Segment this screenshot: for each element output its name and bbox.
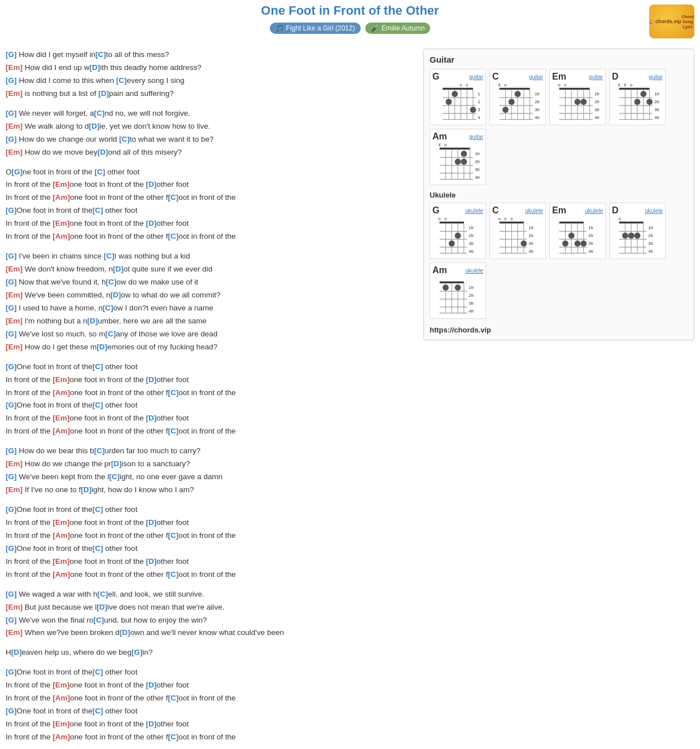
svg-point-172 — [443, 284, 449, 291]
chord-panel-url: https://chords.vip — [430, 326, 688, 334]
svg-text:x: x — [618, 83, 621, 87]
svg-rect-95 — [440, 222, 464, 224]
chord-box-Am-ukulele[interactable]: Am ukulele — [430, 262, 486, 319]
svg-point-157 — [635, 233, 641, 239]
album-badge[interactable]: 🎵 Fight Like a Girl (2012) — [270, 23, 361, 34]
svg-text:3fr: 3fr — [588, 241, 593, 246]
svg-text:1fr: 1fr — [654, 91, 659, 97]
svg-text:o: o — [444, 143, 447, 147]
svg-rect-19 — [500, 88, 530, 90]
svg-text:2fr: 2fr — [535, 99, 540, 104]
chord-diagram-D-ukulele: o 1fr 2fr 3fr 4fr — [615, 217, 660, 256]
svg-text:1fr: 1fr — [528, 225, 533, 230]
chord-box-Em-guitar[interactable]: Em guitar — [549, 69, 606, 125]
lyrics-verse-4: [G] How do we bear this b[C]urden far to… — [6, 445, 412, 497]
svg-point-11 — [445, 99, 452, 105]
guitar-section-title: Guitar — [430, 55, 688, 64]
svg-text:o: o — [498, 217, 501, 221]
lyrics-verse-2: [G] We never will forget, a[C]nd no, we … — [6, 107, 412, 159]
svg-text:3fr: 3fr — [648, 241, 653, 246]
svg-text:o: o — [564, 83, 566, 87]
svg-text:2fr: 2fr — [528, 233, 533, 238]
chord-box-G-guitar[interactable]: G guitar — [430, 69, 486, 125]
ukulele-chord-grid: G ukulele — [430, 203, 688, 259]
svg-rect-76 — [440, 148, 470, 150]
svg-text:4fr: 4fr — [469, 309, 474, 314]
ukulele-section-title: Ukulele — [430, 191, 688, 199]
chord-panel: Guitar G guitar — [423, 49, 694, 340]
svg-text:4fr: 4fr — [654, 115, 659, 120]
artist-badge[interactable]: 🎤 Emilie Autumn — [365, 23, 431, 34]
lyrics-column: [G] How did I get myself in[C]to all of … — [6, 49, 423, 749]
chord-diagram-C-ukulele: o o o 1fr 2fr 3fr 4fr — [495, 217, 540, 256]
svg-text:3fr: 3fr — [528, 241, 533, 246]
svg-point-141 — [580, 240, 587, 247]
svg-point-71 — [646, 99, 653, 105]
svg-point-140 — [562, 240, 568, 247]
chord-diagram-Em-guitar: o o 1fr 2fr 3fr 4fr — [555, 83, 600, 122]
svg-point-50 — [575, 99, 581, 105]
chord-diagram-Am-ukulele: 1fr 2fr 3fr 4fr — [435, 277, 480, 316]
chord-box-D-ukulele[interactable]: D ukulele — [609, 203, 666, 259]
svg-text:o: o — [460, 83, 462, 87]
chord-diagram-G-guitar: o o 1fr 2fr 3fr 4fr — [435, 83, 480, 122]
svg-text:x: x — [439, 143, 441, 147]
site-logo: 🎸chords.vipChord Song Lyric — [649, 5, 694, 38]
lyrics-interlude: H[D]eaven help us, where do we beg[G]in? — [6, 646, 412, 659]
svg-text:3fr: 3fr — [469, 301, 474, 306]
svg-rect-56 — [619, 88, 650, 90]
svg-text:o: o — [504, 83, 506, 87]
chord-box-C-guitar[interactable]: C guitar — [489, 69, 546, 125]
lyrics-chorus-3: [G]One foot in front of the[C] other foo… — [6, 503, 412, 581]
svg-point-32 — [509, 99, 515, 105]
svg-text:3fr: 3fr — [478, 107, 480, 112]
svg-point-139 — [575, 240, 581, 247]
svg-text:1fr: 1fr — [535, 91, 540, 97]
svg-text:1fr: 1fr — [594, 91, 600, 97]
svg-text:1fr: 1fr — [469, 285, 474, 290]
svg-text:2fr: 2fr — [469, 293, 474, 298]
logo-area: 🎸chords.vipChord Song Lyric — [649, 5, 694, 38]
chord-box-D-guitar[interactable]: D guitar — [609, 69, 666, 125]
lyrics-verse-3: [G] I've been in chains since [C]I was n… — [6, 250, 412, 354]
chord-diagram-C-guitar: x o 1fr 2fr 3fr 4fr — [495, 83, 540, 122]
svg-point-156 — [628, 233, 635, 239]
lyrics-chorus-1: O[G]ne foot in front of the [C] other fo… — [6, 166, 412, 244]
ukulele-chord-grid-2: Am ukulele — [430, 262, 688, 319]
svg-point-90 — [461, 159, 467, 165]
svg-point-173 — [455, 284, 461, 291]
svg-rect-38 — [559, 88, 590, 90]
svg-text:3fr: 3fr — [594, 107, 600, 112]
svg-text:4fr: 4fr — [478, 115, 480, 120]
lyrics-chorus-4: [G]One foot in front of the[C] other foo… — [6, 666, 412, 744]
svg-point-88 — [461, 151, 467, 157]
svg-text:4fr: 4fr — [469, 249, 474, 254]
svg-point-124 — [520, 240, 527, 247]
svg-text:1fr: 1fr — [469, 225, 474, 230]
music-icon: 🎵 — [275, 24, 284, 32]
chord-box-G-ukulele[interactable]: G ukulele — [430, 203, 486, 259]
chord-box-C-ukulele[interactable]: C ukulele — [489, 203, 546, 259]
svg-point-155 — [622, 233, 628, 239]
svg-text:o: o — [558, 83, 561, 87]
svg-text:4fr: 4fr — [594, 115, 600, 120]
svg-text:4fr: 4fr — [588, 249, 593, 254]
svg-point-70 — [635, 99, 641, 105]
svg-text:2fr: 2fr — [594, 99, 600, 104]
svg-text:3fr: 3fr — [469, 241, 474, 246]
svg-point-69 — [640, 91, 646, 97]
svg-point-138 — [568, 233, 575, 239]
svg-rect-0 — [443, 88, 473, 90]
chord-box-Am-guitar[interactable]: Am guitar — [430, 129, 486, 185]
svg-rect-163 — [440, 282, 464, 283]
svg-text:4fr: 4fr — [475, 175, 480, 180]
chord-box-Em-ukulele[interactable]: Em ukulele — [549, 203, 606, 259]
svg-text:2fr: 2fr — [654, 99, 659, 104]
svg-point-51 — [580, 99, 587, 105]
chord-diagram-G-ukulele: o o 1fr 2fr 3fr 4fr — [435, 217, 480, 256]
svg-text:2fr: 2fr — [588, 233, 593, 238]
svg-point-31 — [515, 91, 521, 97]
svg-text:4fr: 4fr — [528, 249, 533, 254]
chord-diagram-Am-guitar: x o 1fr 2fr 3fr 4fr — [435, 143, 480, 182]
lyrics-chorus-2: [G]One foot in front of the[C] other foo… — [6, 361, 412, 439]
